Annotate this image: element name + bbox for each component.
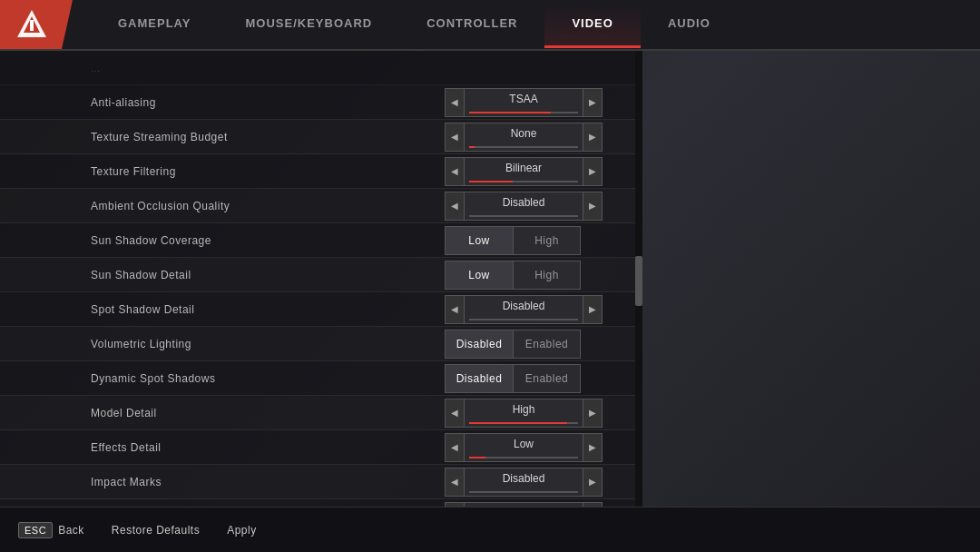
bottom-bar: ESC Back Restore Defaults Apply <box>0 507 980 552</box>
settings-panel: ... Anti-aliasing ◀ TSAA ▶ Texture Strea… <box>0 51 635 507</box>
anti-aliasing-next-btn[interactable]: ▶ <box>583 88 603 117</box>
spot-shadow-next-btn[interactable]: ▶ <box>583 295 603 324</box>
svg-rect-3 <box>30 20 34 23</box>
tab-gameplay[interactable]: GAMEPLAY <box>91 0 218 49</box>
setting-row-volumetric-lighting: Volumetric Lighting Disabled Enabled <box>0 327 635 361</box>
effects-detail-value-box: Low <box>465 433 583 462</box>
texture-streaming-control: ◀ None ▶ <box>445 123 626 152</box>
apex-logo-icon <box>15 7 49 42</box>
anti-aliasing-bar <box>469 112 578 113</box>
model-detail-bar-fill <box>469 422 567 424</box>
setting-row-sun-shadow-detail: Sun Shadow Detail Low High <box>0 258 635 292</box>
sun-shadow-coverage-low-btn[interactable]: Low <box>445 226 513 255</box>
model-detail-value-box: High <box>465 399 583 428</box>
impact-marks-value-box: Disabled <box>465 468 583 497</box>
texture-streaming-prev-btn[interactable]: ◀ <box>445 123 465 152</box>
tab-mouse-keyboard[interactable]: MOUSE/KEYBOARD <box>218 0 399 49</box>
right-panel <box>642 51 980 507</box>
model-detail-prev-btn[interactable]: ◀ <box>445 399 465 428</box>
setting-row-impact-marks: Impact Marks ◀ Disabled ▶ <box>0 465 635 499</box>
volumetric-lighting-enabled-btn[interactable]: Enabled <box>513 330 581 359</box>
effects-detail-control: ◀ Low ▶ <box>445 433 626 462</box>
effects-detail-prev-btn[interactable]: ◀ <box>445 433 465 462</box>
anti-aliasing-bar-fill <box>469 112 551 113</box>
top-navigation: GAMEPLAY MOUSE/KEYBOARD CONTROLLER VIDEO… <box>0 0 980 51</box>
setting-row-model-detail: Model Detail ◀ High ▶ <box>0 396 635 430</box>
model-detail-bar <box>469 422 578 424</box>
tab-video[interactable]: VIDEO <box>544 0 640 49</box>
ambient-occlusion-bar <box>469 215 578 217</box>
scrollbar-thumb[interactable] <box>635 256 642 306</box>
texture-streaming-bar <box>469 146 578 148</box>
setting-row-anti-aliasing: Anti-aliasing ◀ TSAA ▶ <box>0 85 635 120</box>
ambient-occlusion-next-btn[interactable]: ▶ <box>583 192 603 221</box>
texture-filtering-bar-fill <box>469 181 513 182</box>
tab-controller[interactable]: CONTROLLER <box>399 0 544 49</box>
sun-shadow-detail-high-btn[interactable]: High <box>513 261 581 290</box>
texture-streaming-next-btn[interactable]: ▶ <box>583 123 603 152</box>
effects-detail-next-btn[interactable]: ▶ <box>583 433 603 462</box>
tab-audio[interactable]: AUDIO <box>641 0 738 49</box>
anti-aliasing-control: ◀ TSAA ▶ <box>445 88 626 117</box>
dynamic-spot-disabled-btn[interactable]: Disabled <box>445 364 513 393</box>
setting-row-ragdolls: Ragdolls ◀ Low ▶ <box>0 499 635 507</box>
spot-shadow-value-box: Disabled <box>465 295 583 324</box>
apply-button[interactable]: Apply <box>227 524 257 537</box>
sun-shadow-coverage-high-btn[interactable]: High <box>513 226 581 255</box>
ambient-occlusion-prev-btn[interactable]: ◀ <box>445 192 465 221</box>
volumetric-lighting-disabled-btn[interactable]: Disabled <box>445 330 513 359</box>
fade-top-row: ... <box>0 51 635 85</box>
texture-filtering-value-box: Bilinear <box>465 157 583 186</box>
scrollbar[interactable] <box>635 51 642 507</box>
sun-shadow-detail-control: Low High <box>445 261 626 290</box>
nav-tabs-container: GAMEPLAY MOUSE/KEYBOARD CONTROLLER VIDEO… <box>73 0 980 49</box>
back-button[interactable]: ESC Back <box>18 522 84 538</box>
anti-aliasing-prev-btn[interactable]: ◀ <box>445 88 465 117</box>
setting-row-ambient-occlusion: Ambient Occlusion Quality ◀ Disabled ▶ <box>0 189 635 223</box>
setting-row-effects-detail: Effects Detail ◀ Low ▶ <box>0 430 635 465</box>
model-detail-control: ◀ High ▶ <box>445 399 626 428</box>
texture-streaming-value-box: None <box>465 123 583 152</box>
dynamic-spot-enabled-btn[interactable]: Enabled <box>513 364 581 393</box>
setting-row-texture-filtering: Texture Filtering ◀ Bilinear ▶ <box>0 154 635 189</box>
impact-marks-prev-btn[interactable]: ◀ <box>445 468 465 497</box>
effects-detail-bar-fill <box>469 457 485 458</box>
ambient-occlusion-value-box: Disabled <box>465 192 583 221</box>
texture-filtering-next-btn[interactable]: ▶ <box>583 157 603 186</box>
dynamic-spot-shadows-control: Disabled Enabled <box>445 364 626 393</box>
spot-shadow-prev-btn[interactable]: ◀ <box>445 295 465 324</box>
texture-filtering-control: ◀ Bilinear ▶ <box>445 157 626 186</box>
texture-streaming-bar-fill <box>469 146 475 148</box>
volumetric-lighting-control: Disabled Enabled <box>445 330 626 359</box>
restore-defaults-button[interactable]: Restore Defaults <box>112 524 200 537</box>
texture-filtering-prev-btn[interactable]: ◀ <box>445 157 465 186</box>
sun-shadow-coverage-control: Low High <box>445 226 626 255</box>
setting-row-dynamic-spot-shadows: Dynamic Spot Shadows Disabled Enabled <box>0 361 635 396</box>
effects-detail-bar <box>469 457 578 458</box>
impact-marks-next-btn[interactable]: ▶ <box>583 468 603 497</box>
spot-shadow-detail-control: ◀ Disabled ▶ <box>445 295 626 324</box>
setting-row-sun-shadow-coverage: Sun Shadow Coverage Low High <box>0 223 635 258</box>
sun-shadow-detail-low-btn[interactable]: Low <box>445 261 513 290</box>
logo-area <box>0 0 73 49</box>
setting-row-texture-streaming: Texture Streaming Budget ◀ None ▶ <box>0 120 635 154</box>
ambient-occlusion-control: ◀ Disabled ▶ <box>445 192 626 221</box>
model-detail-next-btn[interactable]: ▶ <box>583 399 603 428</box>
spot-shadow-bar <box>469 319 578 320</box>
anti-aliasing-value-box: TSAA <box>465 88 583 117</box>
impact-marks-control: ◀ Disabled ▶ <box>445 468 626 497</box>
setting-row-spot-shadow-detail: Spot Shadow Detail ◀ Disabled ▶ <box>0 292 635 327</box>
svg-rect-2 <box>30 22 34 31</box>
texture-filtering-bar <box>469 181 578 182</box>
impact-marks-bar <box>469 491 578 493</box>
main-content: ... Anti-aliasing ◀ TSAA ▶ Texture Strea… <box>0 51 980 507</box>
